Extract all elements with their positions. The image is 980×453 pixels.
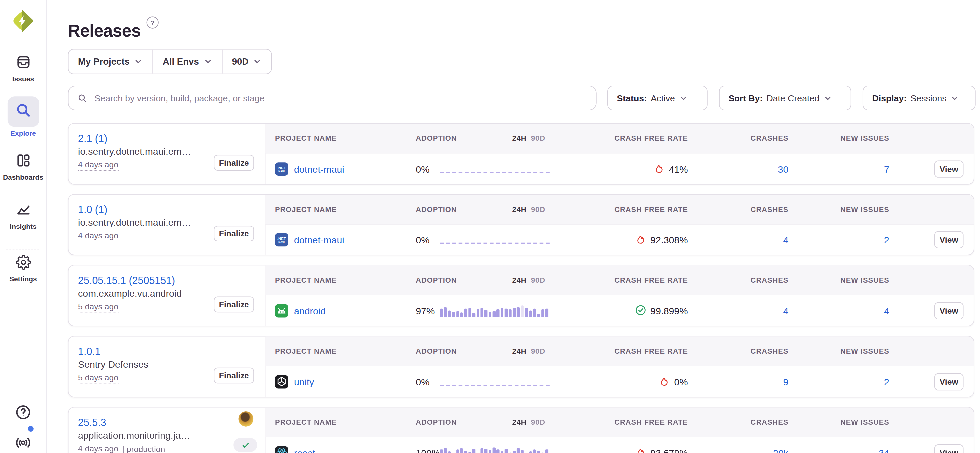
sentry-logo-icon[interactable] (9, 8, 36, 34)
release-package: io.sentry.dotnet.maui.em… (78, 145, 214, 158)
view-button[interactable]: View (934, 302, 964, 319)
sidebar-item-explore[interactable]: Explore (0, 96, 46, 137)
release-project-table: PROJECT NAME ADOPTION 24H 90D CRASH FREE… (266, 124, 974, 184)
range-90d-toggle[interactable]: 90D (531, 205, 545, 213)
range-24h-toggle[interactable]: 24H (512, 134, 527, 142)
release-version-link[interactable]: 1.0 (1) (78, 203, 107, 216)
view-button[interactable]: View (934, 160, 964, 177)
fire-icon (635, 447, 646, 453)
crashes-link[interactable]: 20k (773, 437, 789, 453)
release-version-link[interactable]: 25.5.3 (78, 416, 106, 429)
finalize-button[interactable]: Finalize (213, 368, 254, 384)
new-issues-link[interactable]: 34 (879, 437, 889, 453)
release-version-link[interactable]: 25.05.15.1 (2505151) (78, 274, 175, 287)
chevron-down-icon (134, 57, 143, 66)
column-header-crashes: CRASHES (751, 336, 789, 366)
sidebar-item-settings[interactable]: Settings (0, 255, 46, 283)
column-header-range[interactable]: 24H 90D (512, 408, 545, 437)
period-filter-value: 90D (232, 56, 249, 66)
project-link[interactable]: dotnet-maui (294, 235, 344, 245)
sort-by-dropdown[interactable]: Sort By: Date Created (719, 86, 851, 110)
release-info-panel: 2.1 (1) io.sentry.dotnet.maui.em… 4 days… (68, 124, 266, 184)
view-button[interactable]: View (934, 374, 964, 390)
table-row: .NETMAUI dotnet-maui 0% 41% 30 7 View (266, 153, 974, 184)
chevron-down-icon (679, 94, 687, 103)
new-issues-link[interactable]: 4 (884, 295, 889, 327)
sentry-releases-app: Issues Explore Dashbo (0, 0, 980, 453)
finalize-button[interactable]: Finalize (213, 226, 254, 242)
column-header-crash-free-rate: CRASH FREE RATE (614, 265, 688, 295)
crashes-link[interactable]: 4 (783, 295, 789, 327)
finalize-button[interactable]: Finalize (213, 154, 254, 170)
title-help-icon[interactable]: ? (146, 16, 159, 28)
sessions-sparkline (440, 172, 550, 173)
crashes-link[interactable]: 4 (783, 224, 789, 256)
project-filter-dropdown[interactable]: My Projects (68, 49, 153, 73)
environment-filter-dropdown[interactable]: All Envs (152, 49, 221, 73)
period-filter-dropdown[interactable]: 90D (221, 49, 272, 73)
column-header-adoption: ADOPTION (416, 194, 457, 224)
chevron-down-icon (823, 94, 832, 103)
sidebar-item-insights[interactable]: Insights (0, 202, 46, 230)
release-card: 1.0.1 Sentry Defenses 5 days ago Finaliz… (68, 336, 974, 398)
sidebar: Issues Explore Dashbo (0, 0, 47, 453)
fire-icon (635, 234, 646, 244)
platform-icon: .NETMAUI (275, 233, 288, 246)
range-90d-toggle[interactable]: 90D (531, 347, 545, 355)
sidebar-item-issues[interactable]: Issues (0, 55, 46, 83)
release-project-table: PROJECT NAME ADOPTION 24H 90D CRASH FREE… (266, 194, 974, 255)
whats-new-button[interactable] (0, 435, 46, 453)
search-input[interactable] (93, 92, 587, 103)
project-link[interactable]: react (294, 447, 315, 453)
release-version-link[interactable]: 1.0.1 (78, 345, 100, 358)
page-title: Releases (68, 22, 141, 41)
column-header-range[interactable]: 24H 90D (512, 194, 545, 224)
crash-free-status-icon (635, 234, 646, 246)
release-package: Sentry Defenses (78, 358, 214, 371)
crashes-link[interactable]: 30 (778, 153, 789, 185)
range-90d-toggle[interactable]: 90D (531, 277, 545, 284)
resolved-check-button[interactable] (233, 438, 257, 452)
release-info-panel: 1.0 (1) io.sentry.dotnet.maui.em… 4 days… (68, 194, 266, 255)
range-24h-toggle[interactable]: 24H (512, 205, 527, 213)
column-header-range[interactable]: 24H 90D (512, 336, 545, 366)
project-link[interactable]: android (294, 305, 326, 316)
new-issues-link[interactable]: 2 (884, 224, 889, 256)
display-dropdown[interactable]: Display: Sessions (863, 86, 976, 110)
platform-icon (275, 446, 288, 453)
column-header-range[interactable]: 24H 90D (512, 124, 545, 153)
range-24h-toggle[interactable]: 24H (512, 418, 527, 426)
range-24h-toggle[interactable]: 24H (512, 347, 527, 355)
column-header-range[interactable]: 24H 90D (512, 265, 545, 295)
project-link[interactable]: dotnet-maui (294, 164, 344, 174)
column-header-project-name: PROJECT NAME (275, 408, 337, 437)
table-row: react 100% 93.679% 20k 34 View (266, 437, 974, 453)
finalize-button[interactable]: Finalize (213, 297, 254, 313)
view-button[interactable]: View (934, 444, 964, 453)
status-dropdown[interactable]: Status: Active (607, 86, 708, 110)
project-link[interactable]: unity (294, 377, 314, 387)
column-header-adoption: ADOPTION (416, 265, 457, 295)
view-button[interactable]: View (934, 232, 964, 248)
sort-by-label: Sort By: (729, 93, 763, 103)
search-icon (77, 93, 87, 103)
release-age: 4 days ago (78, 160, 118, 170)
crashes-link[interactable]: 9 (783, 366, 789, 398)
crash-free-rate-value: 0% (674, 377, 687, 387)
table-row: unity 0% 0% 9 2 View (266, 366, 974, 397)
crash-free-rate-value: 92.308% (650, 235, 688, 245)
new-issues-link[interactable]: 7 (884, 153, 889, 185)
environment-filter-value: All Envs (162, 56, 199, 66)
help-button[interactable] (0, 404, 46, 423)
table-header-row: PROJECT NAME ADOPTION 24H 90D CRASH FREE… (266, 336, 974, 366)
range-90d-toggle[interactable]: 90D (531, 418, 545, 426)
release-version-link[interactable]: 2.1 (1) (78, 132, 107, 145)
sessions-sparkline (440, 243, 550, 244)
range-24h-toggle[interactable]: 24H (512, 277, 527, 284)
release-info-panel: 25.5.3 application.monitoring.ja… 4 days… (68, 408, 266, 453)
release-age: 4 days ago (78, 443, 118, 453)
new-issues-link[interactable]: 2 (884, 366, 889, 398)
range-90d-toggle[interactable]: 90D (531, 134, 545, 142)
crash-free-rate-cell: 99.899% (635, 295, 687, 327)
sidebar-item-dashboards[interactable]: Dashboards (0, 153, 46, 181)
